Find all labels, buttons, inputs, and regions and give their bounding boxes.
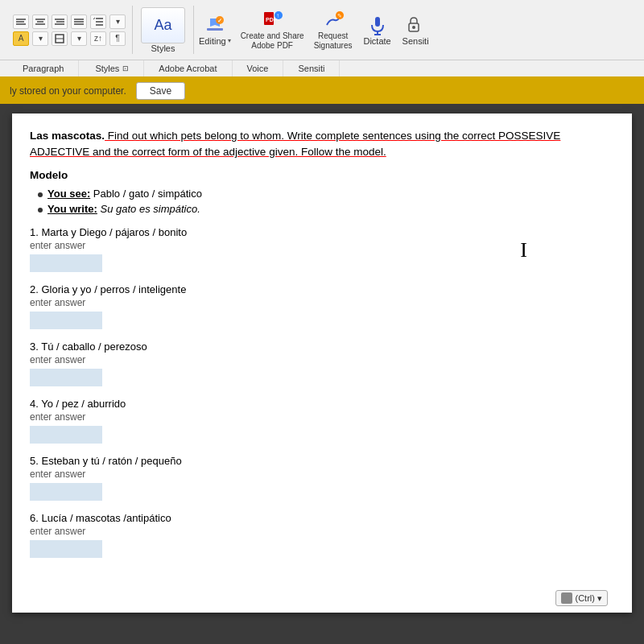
document-area: Las mascotas. Find out which pets belong… — [0, 104, 644, 644]
borders-icon[interactable] — [52, 31, 68, 46]
exercise-item-1: 1. Marta y Diego / pájaros / bonito ente… — [30, 226, 614, 272]
paragraph-mark-icon[interactable]: ¶ — [109, 31, 126, 46]
exercise-text-1: Marta y Diego / pájaros / bonito — [41, 226, 187, 238]
svg-text:↑: ↑ — [276, 12, 279, 19]
line-spacing-icon[interactable] — [90, 14, 106, 29]
svg-text:✎: ✎ — [337, 13, 342, 19]
exercise-item-6: 6. Lucía / mascotas /antipático enter an… — [30, 512, 614, 558]
sensitivity-label: Sensiti — [402, 36, 429, 46]
exercise-num-1: 1. — [30, 226, 39, 238]
bullet-list: You see: Pablo / gato / simpático You wr… — [30, 188, 614, 215]
exercise-num-5: 5. — [30, 455, 39, 467]
request-sigs-label: Request — [314, 31, 353, 41]
editing-dropdown-icon: ▾ — [228, 38, 231, 44]
clipboard-icon — [561, 592, 572, 604]
svg-point-30 — [412, 26, 415, 29]
borders-dropdown-icon[interactable]: ▾ — [71, 31, 87, 46]
styles-expand-icon[interactable]: ⊡ — [122, 64, 129, 72]
styles-section: Aa Styles — [133, 6, 194, 54]
exercise-hint-4: enter answer — [30, 411, 614, 423]
sensitivity-icon — [402, 14, 428, 36]
doc-page: Las mascotas. Find out which pets belong… — [12, 114, 632, 613]
modelo-heading: Modelo — [30, 169, 614, 181]
exercise-item-4: 4. Yo / pez / aburrido enter answer — [30, 398, 614, 444]
bullet-item-2: You write: Su gato es simpático. — [38, 203, 614, 215]
sensitivity-button[interactable]: Sensiti — [398, 11, 434, 48]
sensitivity-ribbon-label: Sensiti — [283, 60, 340, 76]
shading-dropdown-icon[interactable]: ▾ — [32, 31, 48, 46]
doc-title-text: Find out which pets belong to whom. Writ… — [30, 130, 560, 158]
para-row-1: ▾ — [13, 14, 126, 29]
exercise-text-4: Yo / pez / aburrido — [41, 398, 126, 410]
bullet1-content: You see: Pablo / gato / simpático — [47, 188, 202, 200]
exercise-question-6: 6. Lucía / mascotas /antipático — [30, 512, 614, 524]
answer-input-4[interactable] — [30, 426, 102, 444]
toolbar: ▾ A ▾ ▾ z↑ ¶ Aa Styles ✓ — [0, 0, 644, 60]
exercise-hint-3: enter answer — [30, 354, 614, 365]
exercise-text-3: Tú / caballo / perezoso — [41, 341, 147, 353]
voice-ribbon-label: Voice — [233, 60, 284, 76]
bullet-dot-2 — [38, 208, 43, 213]
editing-icon: ✓ — [202, 14, 228, 36]
request-sigs-icon: ✎ — [320, 9, 346, 31]
exercise-item-5: 5. Esteban y tú / ratón / pequeño enter … — [30, 455, 614, 501]
paragraph-group: ▾ A ▾ ▾ z↑ ¶ — [6, 6, 133, 54]
exercise-text-5: Esteban y tú / ratón / pequeño — [41, 455, 181, 467]
save-bar: ly stored on your computer. Save — [0, 78, 644, 104]
exercise-question-1: 1. Marta y Diego / pájaros / bonito — [30, 226, 614, 238]
align-right-icon[interactable] — [52, 14, 68, 29]
request-sigs-line2: Signatures — [314, 41, 353, 51]
create-share-icon: PDF ↑ — [259, 9, 285, 31]
sort-icon[interactable]: z↑ — [90, 31, 106, 46]
exercise-list: 1. Marta y Diego / pájaros / bonito ente… — [30, 226, 614, 558]
exercise-item-2: 2. Gloria y yo / perros / inteligente en… — [30, 283, 614, 329]
exercise-item-3: 3. Tú / caballo / perezoso enter answer — [30, 341, 614, 386]
paragraph-icons: ▾ A ▾ ▾ z↑ ¶ — [13, 14, 126, 46]
justify-icon[interactable] — [71, 14, 87, 29]
svg-rect-26 — [375, 17, 380, 27]
answer-input-5[interactable] — [30, 483, 102, 501]
exercise-question-2: 2. Gloria y yo / perros / inteligente — [30, 283, 614, 295]
adobe-acrobat-ribbon-label: Adobe Acrobat — [144, 60, 232, 76]
shading-icon[interactable]: A — [13, 31, 29, 46]
doc-title: Las mascotas. Find out which pets belong… — [30, 128, 614, 161]
ctrl-tooltip-text: (Ctrl) ▾ — [576, 593, 603, 604]
exercise-question-5: 5. Esteban y tú / ratón / pequeño — [30, 455, 614, 467]
dictate-button[interactable]: Dictate — [357, 11, 398, 48]
exercise-hint-2: enter answer — [30, 297, 614, 308]
bullet2-text: Su gato es simpático. — [97, 203, 200, 215]
exercise-hint-5: enter answer — [30, 469, 614, 480]
dictate-label: Dictate — [363, 36, 390, 46]
exercise-num-3: 3. — [30, 341, 39, 353]
bullet2-content: You write: Su gato es simpático. — [47, 203, 200, 215]
bullet-dot-1 — [38, 192, 43, 197]
bullet-item-1: You see: Pablo / gato / simpático — [38, 188, 614, 200]
styles-ribbon-text: Styles — [95, 64, 119, 73]
request-signatures-button[interactable]: ✎ Request Signatures — [309, 6, 357, 53]
styles-label: Styles — [151, 43, 175, 53]
create-share-button[interactable]: PDF ↑ Create and Share Adobe PDF — [236, 6, 309, 53]
align-center-icon[interactable] — [32, 14, 48, 29]
you-see-label: You see: — [47, 188, 90, 200]
styles-icon[interactable]: Aa — [141, 7, 185, 43]
exercise-text-6: Lucía / mascotas /antipático — [41, 512, 171, 524]
answer-input-1[interactable] — [30, 254, 102, 272]
answer-input-2[interactable] — [30, 312, 102, 329]
exercise-question-4: 4. Yo / pez / aburrido — [30, 398, 614, 410]
line-spacing-dropdown-icon[interactable]: ▾ — [109, 14, 126, 29]
para-row-2: A ▾ ▾ z↑ ¶ — [13, 31, 126, 46]
editing-button[interactable]: ✓ Editing ▾ — [194, 11, 236, 48]
you-write-label: You write: — [47, 203, 97, 215]
exercise-num-2: 2. — [30, 283, 39, 295]
exercise-num-4: 4. — [30, 398, 39, 410]
save-button[interactable]: Save — [136, 82, 185, 100]
answer-input-3[interactable] — [30, 369, 102, 386]
exercise-num-6: 6. — [30, 512, 39, 524]
exercise-hint-1: enter answer — [30, 240, 614, 251]
exercise-question-3: 3. Tú / caballo / perezoso — [30, 341, 614, 353]
styles-ribbon-label: Styles ⊡ — [80, 60, 144, 76]
svg-text:✓: ✓ — [217, 18, 222, 23]
align-left-icon[interactable] — [13, 14, 29, 29]
answer-input-6[interactable] — [30, 540, 102, 558]
ribbon-labels: Paragraph Styles ⊡ Adobe Acrobat Voice S… — [0, 60, 644, 78]
